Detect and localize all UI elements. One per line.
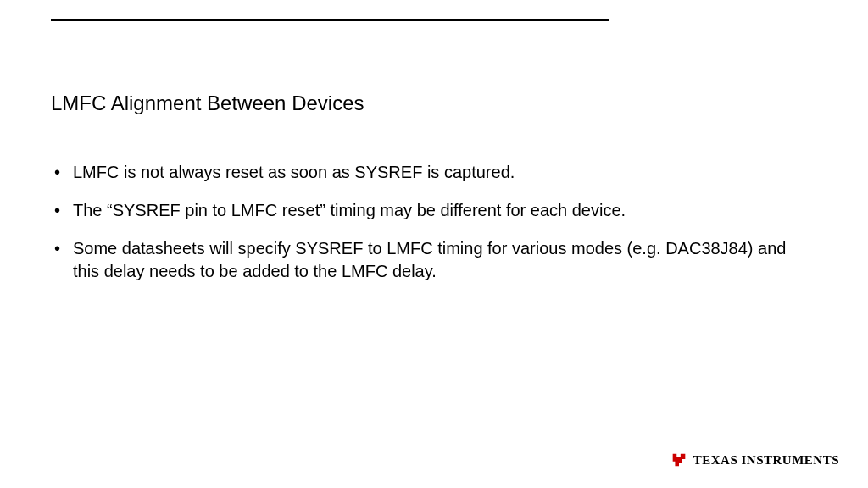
slide-title: LMFC Alignment Between Devices bbox=[51, 92, 364, 115]
ti-logo-icon bbox=[670, 451, 688, 469]
footer-logo: TEXAS INSTRUMENTS bbox=[670, 451, 839, 469]
list-item: The “SYSREF pin to LMFC reset” timing ma… bbox=[51, 199, 817, 222]
ti-logo-text: TEXAS INSTRUMENTS bbox=[693, 453, 839, 468]
list-item: LMFC is not always reset as soon as SYSR… bbox=[51, 161, 817, 184]
bullet-list: LMFC is not always reset as soon as SYSR… bbox=[51, 161, 817, 298]
list-item: Some datasheets will specify SYSREF to L… bbox=[51, 237, 817, 283]
top-rule bbox=[51, 19, 609, 21]
